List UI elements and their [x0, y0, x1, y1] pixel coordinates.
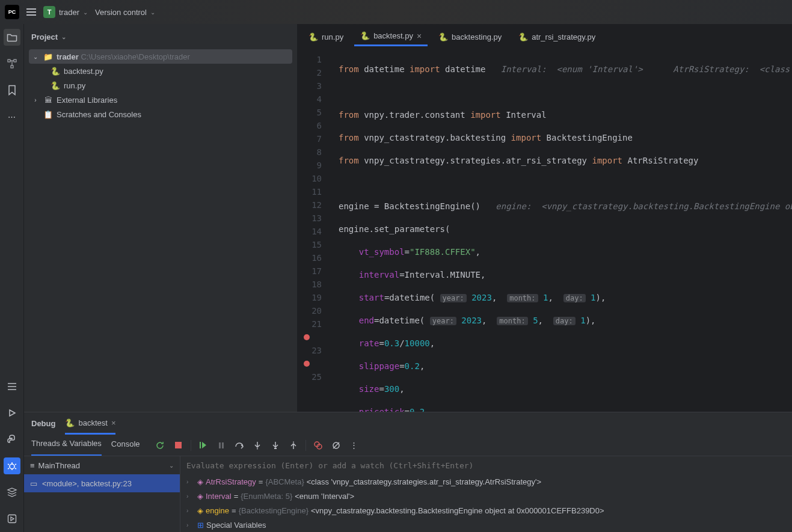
tab-backtest[interactable]: 🐍 backtest.py × — [354, 27, 428, 46]
evaluate-input-row[interactable] — [180, 456, 792, 474]
folder-icon: 📁 — [43, 52, 53, 61]
chevron-down-icon: ⌄ — [83, 9, 88, 16]
svg-rect-7 — [219, 442, 221, 448]
mute-bp-icon — [332, 441, 340, 450]
step-into-my-button[interactable] — [269, 439, 281, 451]
tab-label: backtest.py — [373, 31, 413, 40]
main-row: ⋯ — [0, 24, 792, 532]
frame-icon: ▭ — [30, 479, 37, 488]
services-icon — [7, 514, 17, 524]
python-console-button[interactable] — [4, 431, 20, 448]
svg-rect-2 — [11, 66, 13, 68]
thread-selector[interactable]: ≡ MainThread ⌄ — [24, 456, 180, 474]
view-breakpoints-button[interactable] — [312, 439, 324, 451]
variables-panel: › ◈ AtrRsiStrategy = {ABCMeta} <class 'v… — [180, 456, 792, 532]
python-file-icon: 🐍 — [360, 31, 370, 40]
var-eq: = — [232, 506, 236, 515]
tab-atr-rsi[interactable]: 🐍 atr_rsi_strategy.py — [512, 27, 601, 46]
tab-run[interactable]: 🐍 run.py — [302, 27, 349, 46]
structure-icon — [7, 58, 17, 69]
var-row[interactable]: › ◈ AtrRsiStrategy = {ABCMeta} <class 'v… — [180, 474, 792, 489]
svg-point-3 — [10, 464, 14, 469]
breakpoint-icon[interactable] — [304, 334, 310, 340]
run-tool-button[interactable] — [4, 405, 20, 421]
rerun-button[interactable] — [155, 439, 167, 451]
more-button[interactable]: ⋮ — [348, 439, 360, 451]
object-icon: ◈ — [197, 506, 203, 515]
ide-logo: PC — [5, 5, 19, 19]
var-eq: = — [234, 492, 239, 501]
evaluate-input[interactable] — [186, 461, 786, 470]
stop-button[interactable] — [173, 439, 185, 451]
debug-tool-button[interactable] — [4, 457, 20, 474]
content: Project ⌄ ⌄ 📁 trader C:\Users\xiaohe\Des… — [24, 24, 792, 532]
step-out-icon — [289, 441, 298, 450]
var-eq: = — [259, 477, 263, 486]
upper-area: Project ⌄ ⌄ 📁 trader C:\Users\xiaohe\Des… — [24, 24, 792, 412]
tree-root[interactable]: ⌄ 📁 trader C:\Users\xiaohe\Desktop\trade… — [29, 49, 292, 64]
bookmarks-tool-button[interactable] — [4, 82, 20, 99]
svg-point-9 — [257, 448, 258, 449]
stack-icon: ≡ — [30, 461, 35, 470]
vcs-dropdown[interactable]: Version control ⌄ — [95, 8, 155, 17]
project-name: trader — [59, 8, 79, 17]
resume-button[interactable] — [197, 439, 209, 451]
var-row[interactable]: › ◈ Interval = {EnumMeta: 5} <enum 'Inte… — [180, 489, 792, 503]
step-into-button[interactable] — [251, 439, 263, 451]
debug-config-tab[interactable]: 🐍 backtest × — [65, 412, 115, 435]
structure-tool-button[interactable] — [4, 55, 20, 72]
step-over-button[interactable] — [233, 439, 245, 451]
close-icon[interactable]: × — [417, 31, 422, 41]
left-toolbar: ⋯ — [0, 24, 24, 532]
tab-label: run.py — [322, 32, 343, 41]
project-dropdown[interactable]: T trader ⌄ — [43, 6, 88, 18]
special-icon: ⊞ — [197, 521, 204, 530]
breakpoint-icon[interactable] — [304, 361, 310, 367]
tab-backtesting[interactable]: 🐍 backtesting.py — [432, 27, 508, 46]
step-over-icon — [235, 441, 244, 450]
threads-tab[interactable]: Threads & Variables — [31, 435, 102, 456]
code-lines[interactable]: from datetime import datetime Interval: … — [333, 49, 792, 412]
tree-file[interactable]: 🐍 backtest.py — [29, 64, 292, 78]
tree-file[interactable]: 🐍 run.py — [29, 78, 292, 93]
mute-breakpoints-button[interactable] — [330, 439, 342, 451]
var-type: {BacktestingEngine} — [239, 506, 309, 515]
pause-button[interactable] — [215, 439, 227, 451]
var-value: <enum 'Interval'> — [295, 492, 354, 501]
editor: 🐍 run.py 🐍 backtest.py × 🐍 backtesting.p… — [298, 24, 792, 412]
var-name: AtrRsiStrategy — [206, 477, 256, 486]
tree-external-libs[interactable]: › 🏛 External Libraries — [29, 93, 292, 107]
chevron-down-icon: ⌄ — [150, 9, 155, 16]
step-out-button[interactable] — [287, 439, 299, 451]
tree-scratches[interactable]: 📋 Scratches and Consoles — [29, 107, 292, 121]
more-tool-button[interactable]: ⋯ — [4, 108, 20, 125]
todo-tool-button[interactable] — [4, 378, 20, 395]
titlebar: PC T trader ⌄ Version control ⌄ — [0, 0, 792, 24]
separator — [191, 440, 191, 451]
debug-panel: Debug 🐍 backtest × Threads & Variables C… — [24, 412, 792, 532]
list-icon — [7, 381, 17, 392]
var-special[interactable]: › ⊞ Special Variables — [180, 518, 792, 532]
tab-label: backtesting.py — [452, 32, 502, 41]
debug-subtabs: Threads & Variables Console ⋮ — [24, 435, 792, 456]
breakpoints-icon — [314, 441, 322, 450]
project-panel-header[interactable]: Project ⌄ — [24, 24, 297, 49]
svg-rect-5 — [175, 442, 182, 448]
services-tool-button[interactable] — [4, 510, 20, 527]
var-name: engine — [206, 506, 229, 515]
python-file-icon: 🐍 — [438, 32, 448, 41]
var-row[interactable]: › ◈ engine = {BacktestingEngine} <vnpy_c… — [180, 503, 792, 518]
project-tool-button[interactable] — [4, 29, 20, 46]
packages-tool-button[interactable] — [4, 484, 20, 501]
vcs-label: Version control — [95, 8, 147, 17]
console-tab[interactable]: Console — [111, 435, 140, 456]
code-area[interactable]: 12345 678910 1112131415 1617181920 21 23… — [298, 49, 792, 412]
close-icon[interactable]: × — [111, 418, 116, 427]
var-value: <vnpy_ctastrategy.backtesting.Backtestin… — [311, 506, 604, 515]
gutter[interactable]: 12345 678910 1112131415 1617181920 21 23… — [298, 49, 333, 412]
svg-rect-0 — [8, 60, 10, 62]
main-menu-button[interactable] — [26, 8, 36, 16]
stack-frame[interactable]: ▭ <module>, backtest.py:23 — [24, 474, 180, 492]
frame-label: <module>, backtest.py:23 — [42, 479, 132, 488]
frames-panel: ≡ MainThread ⌄ ▭ <module>, backtest.py:2… — [24, 456, 180, 532]
